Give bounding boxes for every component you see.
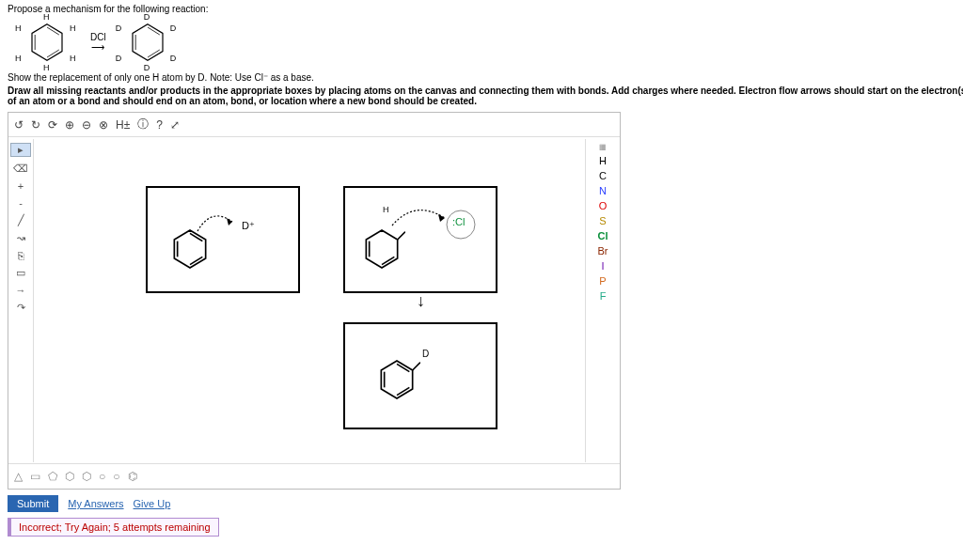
info-icon[interactable]: ⓘ xyxy=(137,117,149,132)
fullscreen-icon[interactable]: ⤢ xyxy=(170,118,180,132)
down-arrow-icon: ↓ xyxy=(417,291,425,311)
svg-marker-13 xyxy=(366,230,397,268)
mechanism-box-1[interactable]: D⁺ xyxy=(146,186,300,293)
atom-f[interactable]: F xyxy=(600,290,607,302)
ring1-template-icon[interactable]: ○ xyxy=(99,470,105,483)
hydrogen-toggle-icon[interactable]: H± xyxy=(116,118,130,132)
atom-s[interactable]: S xyxy=(599,215,606,226)
help-icon[interactable]: ? xyxy=(156,118,163,132)
editor-toolbar-left: ▸ ⌫ + - ╱ ↝ ⎘ ▭ → ↷ xyxy=(8,139,34,462)
reaction-scheme: H H H H H H DCl ⟶ D D D D D D xyxy=(15,18,963,67)
atom-palette: ▦ H C N O S Cl Br I P F xyxy=(585,139,620,462)
atom-misc[interactable]: ▦ xyxy=(599,143,607,151)
svg-marker-12 xyxy=(227,218,232,226)
redo-icon[interactable]: ⟳ xyxy=(48,118,57,132)
atom-i[interactable]: I xyxy=(601,260,604,272)
question-prompt: Propose a mechanism for the following re… xyxy=(8,4,963,14)
structure-editor: ↺ ↻ ⟳ ⊕ ⊖ ⊗ H± ⓘ ? ⤢ ▸ ⌫ + - ╱ ↝ ⎘ ▭ → ↷… xyxy=(8,112,621,490)
reaction-arrow: DCl ⟶ xyxy=(90,32,106,53)
svg-line-23 xyxy=(413,363,420,370)
arrow-tool-icon[interactable]: → xyxy=(16,285,26,296)
new-doc-icon[interactable]: ↺ xyxy=(14,118,24,132)
svg-marker-19 xyxy=(381,361,412,398)
pentagon-template-icon[interactable]: ⬠ xyxy=(48,470,57,483)
feedback-banner: Incorrect; Try Again; 5 attempts remaini… xyxy=(8,518,219,537)
curved-arrow-tool-icon[interactable]: ↷ xyxy=(17,302,25,314)
atom-h[interactable]: H xyxy=(599,155,607,166)
mechanism-box-2[interactable]: H :Cl xyxy=(343,186,497,293)
hexagon2-template-icon[interactable]: ⬡ xyxy=(82,470,91,483)
editor-canvas[interactable]: D⁺ H :Cl ↓ xyxy=(33,139,586,462)
ring2-template-icon[interactable]: ○ xyxy=(113,470,119,483)
atom-cl[interactable]: Cl xyxy=(598,230,608,241)
mechanism-box-3[interactable]: D xyxy=(343,322,497,429)
question-note: Show the replacement of only one H atom … xyxy=(8,72,963,83)
d-plus-label: D⁺ xyxy=(242,220,255,232)
reactant-benzene-h6: H H H H H H xyxy=(15,18,81,67)
atom-o[interactable]: O xyxy=(599,200,608,211)
chain-tool-icon[interactable]: ↝ xyxy=(17,232,25,244)
instructions: Draw all missing reactants and/or produc… xyxy=(8,86,963,106)
atom-n[interactable]: N xyxy=(599,185,607,196)
action-row: Submit My Answers Give Up xyxy=(8,495,963,512)
erase-tool-icon[interactable]: ⌫ xyxy=(13,163,28,175)
my-answers-link[interactable]: My Answers xyxy=(68,498,123,509)
atom-c[interactable]: C xyxy=(599,170,607,181)
charge-minus-icon[interactable]: - xyxy=(19,197,23,209)
charge-plus-icon[interactable]: + xyxy=(18,180,24,192)
arrow-reagent: DCl xyxy=(90,32,106,42)
product-benzene-d6: D D D D D D xyxy=(116,18,182,67)
atom-br[interactable]: Br xyxy=(598,245,608,257)
atom-p[interactable]: P xyxy=(599,275,606,287)
product-d-label: D xyxy=(422,349,429,359)
undo-icon[interactable]: ↻ xyxy=(31,118,40,132)
zoom-fit-icon[interactable]: ⊗ xyxy=(99,118,108,132)
svg-marker-4 xyxy=(133,24,163,60)
svg-marker-17 xyxy=(438,214,445,222)
benzene-template-icon[interactable]: ⌬ xyxy=(128,470,137,483)
zoom-in-icon[interactable]: ⊕ xyxy=(65,118,74,132)
template-tool-icon[interactable]: ⎘ xyxy=(18,250,24,261)
submit-button[interactable]: Submit xyxy=(8,495,58,512)
editor-toolbar-top: ↺ ↻ ⟳ ⊕ ⊖ ⊗ H± ⓘ ? ⤢ xyxy=(8,113,620,137)
give-up-link[interactable]: Give Up xyxy=(134,498,171,509)
rectangle-tool-icon[interactable]: ▭ xyxy=(16,267,25,279)
select-tool-icon[interactable]: ▸ xyxy=(10,143,31,157)
square-template-icon[interactable]: ▭ xyxy=(30,470,40,483)
hexagon-template-icon[interactable]: ⬡ xyxy=(65,470,74,483)
triangle-template-icon[interactable]: △ xyxy=(14,470,23,483)
svg-point-18 xyxy=(447,210,475,239)
editor-toolbar-bottom: △ ▭ ⬠ ⬡ ⬡ ○ ○ ⌬ xyxy=(8,463,620,489)
svg-marker-0 xyxy=(32,24,62,60)
bond-tool-icon[interactable]: ╱ xyxy=(18,214,24,226)
zoom-out-icon[interactable]: ⊖ xyxy=(82,118,91,132)
